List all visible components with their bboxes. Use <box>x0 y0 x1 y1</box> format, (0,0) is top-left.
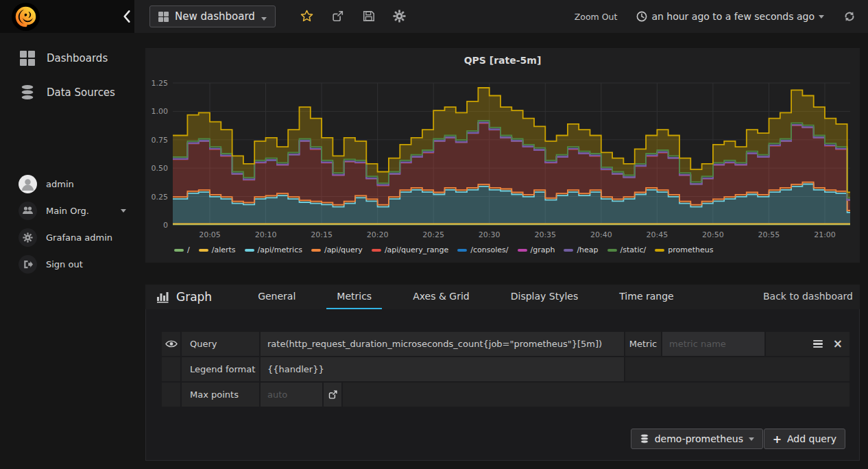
svg-text:20:40: 20:40 <box>590 230 612 239</box>
tab-display-styles[interactable]: Display Styles <box>501 285 589 309</box>
legend-color-marker <box>655 249 664 252</box>
legend-item[interactable]: /api/metrics <box>245 245 302 254</box>
metric-name-input[interactable] <box>662 332 764 356</box>
dashboard-title-button[interactable]: New dashboard <box>149 5 276 27</box>
dashboard-title: New dashboard <box>175 10 255 23</box>
gear-icon[interactable] <box>393 10 406 23</box>
legend-item[interactable]: / <box>174 245 190 254</box>
svg-text:20:25: 20:25 <box>422 230 444 239</box>
sidebar-collapse-icon[interactable] <box>121 9 133 24</box>
add-query-label: Add query <box>787 433 836 444</box>
panel-editor: Graph General Metrics Axes & Grid Displa… <box>145 285 860 461</box>
max-points-input[interactable] <box>261 383 322 407</box>
legend-item[interactable]: prometheus <box>655 245 713 254</box>
legend-format-input[interactable] <box>261 357 624 381</box>
chevron-down-icon <box>121 209 126 213</box>
tab-metrics[interactable]: Metrics <box>326 285 382 309</box>
legend-item[interactable]: /graph <box>518 245 555 254</box>
svg-text:0.50: 0.50 <box>152 164 169 173</box>
svg-text:20:15: 20:15 <box>311 230 333 239</box>
svg-text:1.00: 1.00 <box>152 107 169 116</box>
time-range-label: an hour ago to a few seconds ago <box>651 11 815 22</box>
editor-tabbar: Graph General Metrics Axes & Grid Displa… <box>145 285 860 309</box>
legend-series-label: /api/metrics <box>258 245 302 254</box>
legend-series-label: /consoles/ <box>470 245 508 254</box>
svg-text:20:45: 20:45 <box>647 230 668 239</box>
sidebar-item-sign-out[interactable]: Sign out <box>0 249 145 279</box>
datasource-selector-button[interactable]: demo-prometheus <box>631 429 763 449</box>
qps-chart[interactable]: 00.250.500.751.001.2520:0520:1020:1520:2… <box>145 73 860 241</box>
query-table: Query Metric × Legend format <box>162 332 849 408</box>
row-filler <box>343 383 849 407</box>
query-input-cell <box>261 332 624 356</box>
legend-item[interactable]: /heap <box>564 245 598 254</box>
top-navbar: New dashboard <box>0 0 868 33</box>
query-expression-input[interactable] <box>261 332 624 356</box>
legend-format-row: Legend format <box>162 357 849 381</box>
zoom-out-button[interactable]: Zoom Out <box>575 12 618 22</box>
editor-body: Query Metric × Legend format <box>145 309 860 461</box>
navbar-brand-area <box>0 0 134 33</box>
refresh-icon[interactable] <box>843 10 856 23</box>
max-points-row: Max points <box>162 383 849 407</box>
back-to-dashboard-link[interactable]: Back to dashboard <box>763 291 853 302</box>
max-points-label: Max points <box>182 383 259 407</box>
graph-panel: QPS [rate-5m] 00.250.500.751.001.2520:05… <box>145 48 860 263</box>
sidebar-item-grafana-admin[interactable]: Grafana admin <box>0 222 145 252</box>
svg-text:20:35: 20:35 <box>534 230 556 239</box>
panel-title[interactable]: QPS [rate-5m] <box>145 55 860 66</box>
legend-item[interactable]: /alerts <box>199 245 236 254</box>
sidebar-item-main-org[interactable]: Main Org. <box>0 195 145 226</box>
tab-axes-grid[interactable]: Axes & Grid <box>402 285 480 309</box>
legend-item[interactable]: /api/query_range <box>372 245 448 254</box>
tab-time-range[interactable]: Time range <box>609 285 684 309</box>
external-link-icon <box>328 389 338 400</box>
legend-color-marker <box>457 249 467 252</box>
star-icon[interactable] <box>300 10 313 23</box>
svg-text:0.25: 0.25 <box>152 193 169 202</box>
chevron-down-icon <box>749 437 754 441</box>
sidebar-item-label: Sign out <box>46 259 83 269</box>
tab-general[interactable]: General <box>248 285 306 309</box>
legend-item[interactable]: /static/ <box>607 245 647 254</box>
bar-chart-icon <box>156 291 170 303</box>
grafana-logo[interactable] <box>11 2 40 32</box>
chevron-down-icon <box>819 15 824 19</box>
remove-query-icon[interactable]: × <box>833 338 843 350</box>
add-query-button[interactable]: + Add query <box>764 429 845 449</box>
save-icon[interactable] <box>362 10 375 23</box>
sidebar-item-label: Dashboards <box>47 52 108 64</box>
legend-color-marker <box>174 249 184 252</box>
legend-color-marker <box>199 249 208 252</box>
svg-text:0: 0 <box>163 221 168 230</box>
sidebar-item-data-sources[interactable]: Data Sources <box>0 77 145 108</box>
sidebar-item-label: Main Org. <box>46 206 89 216</box>
svg-text:20:20: 20:20 <box>367 230 389 239</box>
legend-color-marker <box>372 249 381 252</box>
plus-icon: + <box>773 433 782 446</box>
sidebar-item-admin[interactable]: admin <box>0 169 145 199</box>
toggle-query-visibility[interactable] <box>162 332 180 356</box>
query-menu-icon[interactable] <box>813 340 823 348</box>
legend-color-marker <box>245 249 254 252</box>
svg-text:20:55: 20:55 <box>758 230 780 239</box>
share-icon[interactable] <box>331 10 344 23</box>
clock-icon <box>636 11 647 22</box>
metric-label: Metric <box>625 332 661 356</box>
legend-item[interactable]: /api/query <box>311 245 363 254</box>
sidebar-item-dashboards[interactable]: Dashboards <box>0 43 145 73</box>
legend-item[interactable]: /consoles/ <box>457 245 508 254</box>
sidebar-item-label: Data Sources <box>47 86 115 99</box>
svg-text:20:10: 20:10 <box>255 230 277 239</box>
dashboard-grid-icon <box>158 12 169 22</box>
max-points-link-button[interactable] <box>324 383 341 407</box>
svg-text:20:30: 20:30 <box>479 230 501 239</box>
time-range-picker[interactable]: an hour ago to a few seconds ago <box>636 11 824 22</box>
sidebar-item-label: Grafana admin <box>46 232 112 243</box>
chevron-down-icon <box>261 17 267 21</box>
gear-icon <box>18 228 37 247</box>
max-points-input-cell <box>261 383 322 407</box>
legend-color-marker <box>607 249 617 252</box>
row-filler <box>625 357 849 381</box>
sidebar-item-label: admin <box>46 179 74 189</box>
